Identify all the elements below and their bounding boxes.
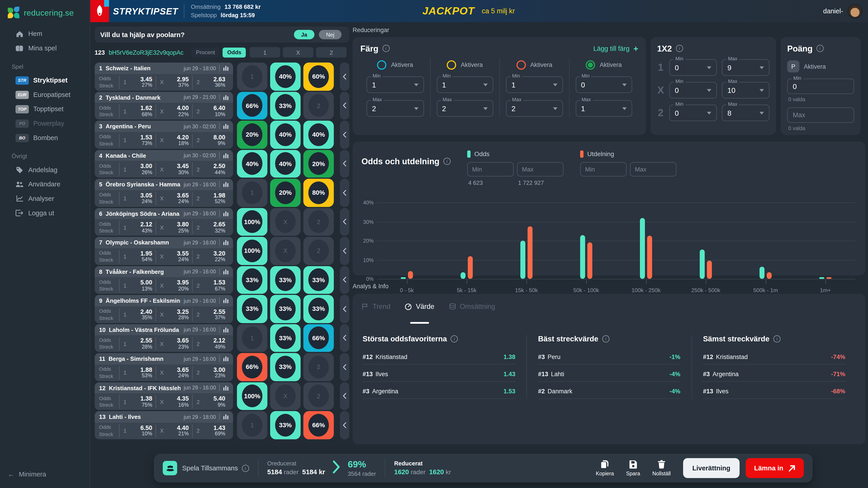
copy-button[interactable]: Kopiera	[596, 460, 614, 476]
odds-min-input[interactable]	[467, 162, 514, 177]
color-max-select[interactable]: Max2	[436, 100, 493, 117]
color-activate-toggle[interactable]	[377, 60, 387, 70]
collapse-match-button[interactable]	[340, 353, 349, 381]
poang-max-field[interactable]: Max	[787, 107, 854, 123]
sidebar-item-topptipset[interactable]: TOPTopptipset	[0, 102, 90, 116]
info-icon[interactable]: i	[602, 335, 610, 343]
utdelning-min-input[interactable]	[580, 162, 627, 177]
match-stats-icon[interactable]	[223, 180, 228, 189]
pick-2-button[interactable]: 2	[303, 208, 334, 236]
odds-toggle[interactable]: Odds	[223, 47, 246, 57]
collapse-match-button[interactable]	[340, 179, 349, 207]
pick-X-button[interactable]: 33%	[270, 353, 301, 381]
pick-1-button[interactable]: 100%	[237, 208, 268, 236]
procent-toggle[interactable]: Procent	[191, 47, 219, 57]
odds-max-input[interactable]	[517, 162, 563, 177]
color-min-select[interactable]: Min1	[436, 76, 493, 93]
sidebar-item-analyser[interactable]: Analyser	[0, 191, 90, 206]
save-button[interactable]: Spara	[626, 460, 640, 476]
sidebar-item-mina-spel[interactable]: Mina spel	[0, 41, 90, 55]
pick-1-button[interactable]: 1	[237, 179, 268, 207]
color-max-select[interactable]: Max2	[366, 100, 424, 117]
match-stats-icon[interactable]	[223, 151, 228, 160]
sign-X-min-select[interactable]: Min0	[669, 82, 717, 98]
sidebar-item-stryktipset[interactable]: STRStryktipset	[0, 73, 90, 88]
pick-X-button[interactable]: 40%	[270, 121, 301, 149]
sidebar-item-andelslag[interactable]: Andelslag	[0, 163, 90, 177]
info-icon[interactable]: i	[443, 158, 451, 165]
sign-1-min-select[interactable]: Min0	[669, 59, 717, 76]
utdelning-max-input[interactable]	[630, 162, 677, 177]
pick-2-button[interactable]: 33%	[303, 295, 334, 323]
pick-1-button[interactable]: 66%	[237, 353, 268, 381]
match-stats-icon[interactable]	[223, 63, 228, 73]
pick-1-button[interactable]: 33%	[237, 266, 268, 294]
pick-2-button[interactable]: 2	[303, 237, 334, 265]
pick-2-button[interactable]: 66%	[303, 411, 334, 439]
pick-2-button[interactable]: 66%	[303, 324, 334, 352]
collapse-match-button[interactable]	[340, 92, 349, 120]
pick-2-button[interactable]: 40%	[303, 121, 334, 149]
info-icon[interactable]: i	[773, 335, 780, 343]
match-stats-icon[interactable]	[223, 412, 228, 422]
pick-X-button[interactable]: X	[270, 237, 301, 265]
match-stats-icon[interactable]	[223, 354, 228, 364]
sidebar-item-europatipset[interactable]: EUREuropatipset	[0, 88, 90, 102]
match-stats-icon[interactable]	[223, 325, 228, 335]
sign-2-max-select[interactable]: Max8	[722, 105, 770, 121]
pick-2-button[interactable]: 2	[303, 382, 334, 410]
pick-X-button[interactable]: 33%	[270, 324, 301, 352]
sign-X-max-select[interactable]: Max10	[722, 82, 770, 98]
info-icon[interactable]: i	[242, 464, 249, 472]
info-icon[interactable]: i	[816, 45, 824, 52]
color-activate-toggle[interactable]	[447, 60, 456, 70]
match-stats-icon[interactable]	[223, 383, 228, 393]
match-stats-icon[interactable]	[223, 121, 228, 131]
color-min-select[interactable]: Min1	[366, 76, 424, 93]
collapse-match-button[interactable]	[340, 411, 349, 439]
pick-1-button[interactable]: 100%	[237, 382, 268, 410]
info-icon[interactable]: i	[676, 45, 683, 52]
pick-1-button[interactable]: 1	[237, 411, 268, 439]
pick-2-button[interactable]: 80%	[303, 179, 334, 207]
reset-button[interactable]: Nollställ	[652, 460, 671, 476]
live-correction-button[interactable]: Liverättning	[683, 458, 740, 478]
poang-min-field[interactable]: Min 0	[787, 78, 854, 94]
info-icon[interactable]: i	[382, 45, 390, 52]
sidebar-item-powerplay[interactable]: POPowerplay	[0, 116, 90, 131]
collapse-match-button[interactable]	[340, 63, 349, 91]
pick-X-button[interactable]: X	[270, 208, 301, 236]
color-min-select[interactable]: Min0	[576, 76, 632, 93]
pick-X-button[interactable]: 40%	[270, 63, 301, 91]
collapse-match-button[interactable]	[340, 266, 349, 294]
pool-yes-button[interactable]: Ja	[294, 30, 314, 39]
match-stats-icon[interactable]	[223, 237, 228, 248]
system-code[interactable]: bH5rV6eZoR3jE32v9qopAc	[109, 49, 184, 56]
sidebar-item-bomben[interactable]: BOBomben	[0, 131, 90, 145]
collapse-match-button[interactable]	[340, 382, 349, 410]
sign-2-min-select[interactable]: Min0	[669, 105, 717, 121]
pick-2-button[interactable]: 2	[303, 92, 334, 120]
color-activate-toggle[interactable]	[586, 60, 595, 70]
pick-X-button[interactable]: 33%	[270, 266, 301, 294]
spela-tillsammans-button[interactable]	[163, 461, 177, 475]
color-max-select[interactable]: Max2	[506, 100, 563, 117]
pick-1-button[interactable]: 20%	[237, 121, 268, 149]
sidebar-item-loggaut[interactable]: Logga ut	[0, 206, 90, 220]
pick-X-button[interactable]: X	[270, 382, 301, 410]
submit-button[interactable]: Lämna in	[746, 458, 804, 478]
minimize-sidebar-button[interactable]: ← Minimera	[8, 470, 46, 478]
tab-trend[interactable]: Trend	[362, 303, 391, 316]
pick-X-button[interactable]: 20%	[270, 179, 301, 207]
pick-1-button[interactable]: 1	[237, 63, 268, 91]
match-stats-icon[interactable]	[223, 267, 228, 276]
info-icon[interactable]: i	[451, 335, 458, 343]
collapse-match-button[interactable]	[340, 150, 349, 177]
match-stats-icon[interactable]	[223, 208, 228, 219]
pick-1-button[interactable]: 40%	[237, 150, 268, 177]
match-stats-icon[interactable]	[223, 92, 228, 102]
pick-X-button[interactable]: 33%	[270, 92, 301, 120]
collapse-match-button[interactable]	[340, 208, 349, 236]
tab-värde[interactable]: Värde	[405, 303, 434, 316]
sidebar-item-anvandare[interactable]: Användare	[0, 177, 90, 192]
